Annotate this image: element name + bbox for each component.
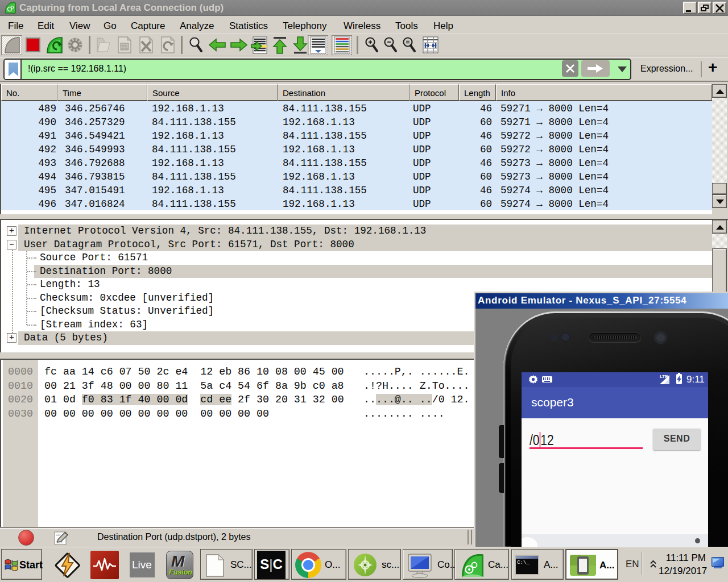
svg-text:010: 010 (56, 533, 61, 537)
svg-text:0110: 0110 (122, 47, 128, 50)
